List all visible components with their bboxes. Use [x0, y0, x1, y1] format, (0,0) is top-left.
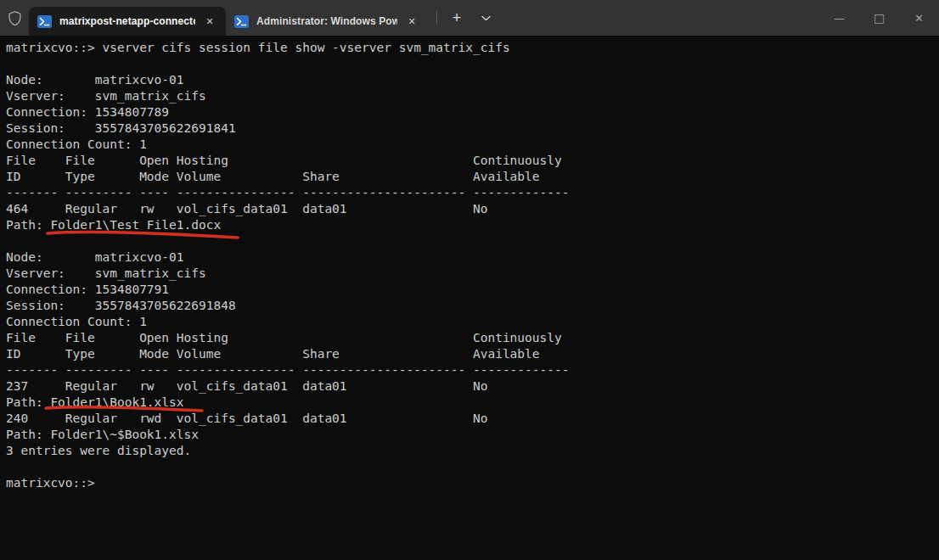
minimize-button[interactable]: — [819, 0, 859, 36]
admin-shield-icon [0, 0, 29, 36]
terminal-window: matrixpost-netapp-connector ✕ Administra… [0, 0, 939, 560]
tab-matrixpost-netapp-connector[interactable]: matrixpost-netapp-connector ✕ [29, 7, 226, 36]
maximize-button[interactable]: □ [859, 0, 899, 36]
terminal-output: matrixcvo::> vserver cifs session file s… [6, 40, 932, 491]
tab-title: Administrator: Windows Power [256, 15, 397, 27]
tab-dropdown-button[interactable] [471, 5, 500, 31]
window-controls: — □ ✕ [819, 0, 939, 36]
new-tab-button[interactable]: + [442, 5, 471, 31]
close-window-button[interactable]: ✕ [899, 0, 939, 36]
tab-close-icon[interactable]: ✕ [402, 12, 421, 31]
powershell-icon [234, 15, 249, 28]
terminal-screen[interactable]: matrixcvo::> vserver cifs session file s… [0, 36, 939, 560]
tab-administrator-windows-powershell[interactable]: Administrator: Windows Power ✕ [226, 7, 428, 36]
tab-bar-divider [436, 11, 437, 25]
tab-title: matrixpost-netapp-connector [59, 15, 195, 27]
tab-bar: matrixpost-netapp-connector ✕ Administra… [0, 0, 939, 36]
chevron-down-icon [481, 15, 491, 21]
tab-close-icon[interactable]: ✕ [200, 12, 219, 31]
powershell-icon [37, 15, 52, 28]
